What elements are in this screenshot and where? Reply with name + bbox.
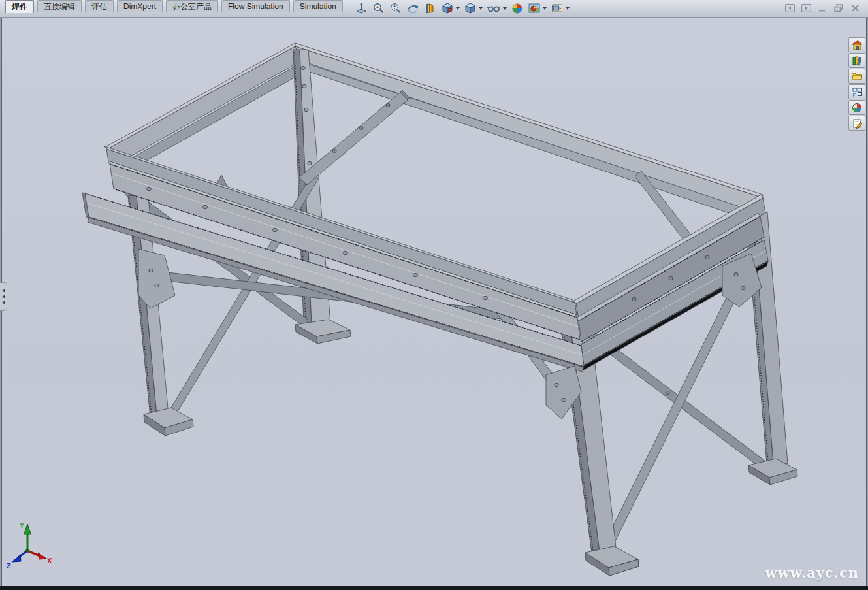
zoom-to-fit-button[interactable] bbox=[353, 1, 370, 16]
hide-show-items-dropdown-caret[interactable] bbox=[503, 7, 507, 10]
tab-dimxpert[interactable]: DimXpert bbox=[117, 0, 163, 12]
restore-button[interactable] bbox=[833, 3, 844, 13]
zoom-to-fit-icon bbox=[355, 2, 368, 15]
hide-show-items-icon bbox=[487, 2, 501, 15]
view-palette-button[interactable] bbox=[848, 84, 865, 99]
tab-simulation[interactable]: Simulation bbox=[293, 0, 343, 12]
design-library-icon bbox=[852, 56, 863, 66]
edit-appearance-icon bbox=[511, 2, 524, 15]
zoom-in-out-icon bbox=[389, 2, 402, 15]
view-settings-button[interactable] bbox=[549, 1, 571, 16]
zoom-in-out-button[interactable] bbox=[387, 1, 404, 16]
display-style-icon bbox=[464, 2, 477, 15]
view-palette-icon bbox=[852, 87, 863, 97]
minimize-icon bbox=[818, 4, 826, 12]
folder-icon bbox=[851, 71, 863, 81]
minimize-button[interactable] bbox=[817, 3, 828, 13]
restore-icon bbox=[834, 4, 843, 12]
zoom-to-area-button[interactable] bbox=[370, 1, 387, 16]
triad-z-label: Z bbox=[7, 562, 11, 570]
design-library-button[interactable] bbox=[848, 53, 865, 68]
collapse-pane-left-icon bbox=[785, 4, 795, 12]
close-button[interactable] bbox=[850, 3, 860, 13]
collapse-pane-left-button[interactable] bbox=[784, 3, 795, 13]
collapse-arrow-icon bbox=[2, 289, 5, 293]
apply-scene-dropdown-caret[interactable] bbox=[543, 7, 547, 10]
rotate-view-icon bbox=[406, 2, 420, 15]
collapse-arrow-icon bbox=[2, 295, 5, 299]
section-view-button[interactable] bbox=[422, 1, 439, 16]
orientation-triad: Y X Z bbox=[5, 519, 64, 578]
tab-flow-simulation[interactable]: Flow Simulation bbox=[221, 0, 290, 12]
expand-pane-right-button[interactable] bbox=[801, 3, 811, 13]
model-gusset-left-leg[interactable] bbox=[138, 249, 175, 308]
edit-appearance-button[interactable] bbox=[509, 1, 526, 16]
hide-show-items-button[interactable] bbox=[485, 1, 509, 16]
model-front-left-channel-upper[interactable] bbox=[108, 161, 580, 340]
model-rim-back-left-rail[interactable] bbox=[106, 43, 307, 173]
model-canvas-weldment-table[interactable] bbox=[0, 0, 868, 590]
collapse-arrow-icon bbox=[2, 301, 5, 304]
triad-x-label: X bbox=[47, 557, 52, 565]
apply-scene-icon bbox=[528, 2, 541, 15]
expand-pane-right-icon bbox=[801, 4, 811, 12]
appearances-sphere-icon bbox=[852, 103, 862, 113]
view-toolbar bbox=[353, 0, 571, 17]
custom-properties-icon bbox=[852, 118, 863, 129]
solidworks-window: 焊件 直接编辑 评估 DimXpert 办公室产品 Flow Simulatio… bbox=[0, 0, 868, 590]
triad-y-label: Y bbox=[20, 521, 25, 529]
task-pane-tab-strip bbox=[848, 37, 867, 131]
rotate-view-button[interactable] bbox=[404, 1, 422, 16]
solidworks-resources-button[interactable] bbox=[848, 37, 865, 52]
apply-scene-button[interactable] bbox=[526, 1, 549, 16]
featuremanager-collapsed-tab[interactable] bbox=[0, 282, 7, 311]
command-tabs: 焊件 直接编辑 评估 DimXpert 办公室产品 Flow Simulatio… bbox=[5, 0, 346, 12]
tab-weldments[interactable]: 焊件 bbox=[5, 0, 34, 13]
appearances-scenes-button[interactable] bbox=[848, 100, 865, 115]
close-icon bbox=[851, 4, 860, 12]
tab-direct-editing[interactable]: 直接编辑 bbox=[37, 0, 82, 12]
section-view-icon bbox=[424, 2, 437, 15]
model-top-bar-left[interactable] bbox=[299, 90, 410, 185]
file-explorer-button[interactable] bbox=[848, 69, 865, 84]
watermark-text: www.ayc.cn bbox=[765, 565, 859, 581]
tab-evaluate[interactable]: 评估 bbox=[85, 0, 114, 12]
window-controls bbox=[784, 3, 860, 13]
custom-properties-button[interactable] bbox=[848, 116, 865, 131]
view-orientation-dropdown-caret[interactable] bbox=[456, 7, 460, 10]
window-bottom-border bbox=[0, 586, 868, 590]
zoom-to-area-icon bbox=[372, 2, 385, 15]
display-style-button[interactable] bbox=[462, 1, 485, 16]
display-style-dropdown-caret[interactable] bbox=[479, 7, 483, 10]
tab-office-products[interactable]: 办公室产品 bbox=[166, 0, 218, 12]
view-settings-dropdown-caret[interactable] bbox=[566, 7, 570, 10]
command-manager-bar: 焊件 直接编辑 评估 DimXpert 办公室产品 Flow Simulatio… bbox=[0, 0, 868, 18]
view-settings-icon bbox=[551, 2, 564, 15]
view-orientation-button[interactable] bbox=[439, 1, 462, 16]
home-icon bbox=[852, 40, 863, 50]
view-orientation-icon bbox=[441, 2, 454, 15]
